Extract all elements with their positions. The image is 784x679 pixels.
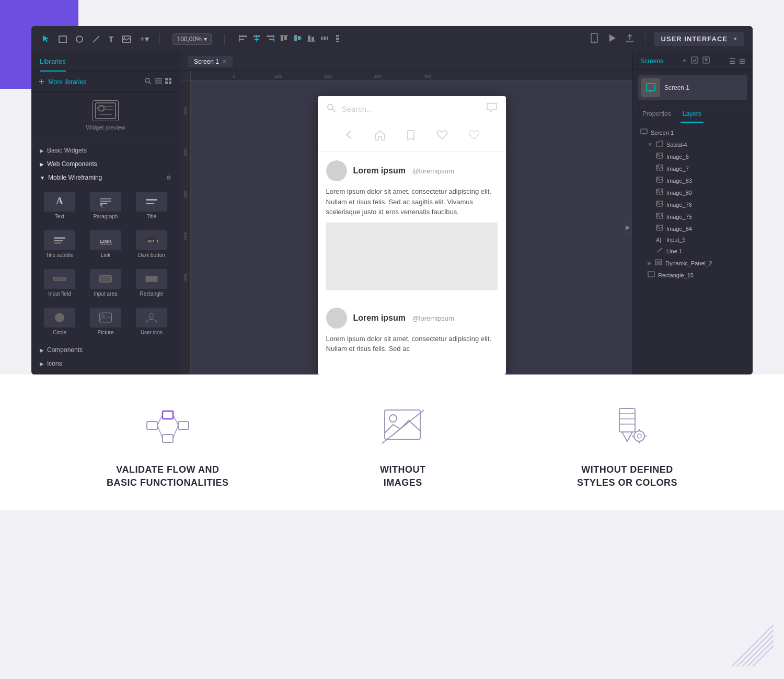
publish-btn[interactable] [623, 31, 637, 47]
icons-item[interactable]: ▶ Icons [31, 357, 180, 370]
widget-circle[interactable]: Circle [39, 305, 80, 339]
align-center-h-btn[interactable] [251, 33, 262, 45]
mobile-preview-btn[interactable] [587, 31, 601, 48]
layer-screen1[interactable]: Screen 1 [633, 126, 753, 138]
nav-bookmark[interactable] [406, 130, 416, 144]
canvas-collapse-right[interactable]: ▶ [623, 218, 632, 237]
align-left-btn[interactable] [237, 33, 249, 45]
right-panel-props: Properties Layers Screen 1 ▼ [633, 106, 753, 284]
grid-view-btn[interactable] [165, 77, 172, 86]
layer-image80[interactable]: Image_80 [633, 186, 753, 198]
post-header-2: Lorem ipsum @loremipsum [326, 308, 498, 329]
align-right-btn[interactable] [264, 33, 276, 45]
svg-text:¶: ¶ [100, 203, 103, 208]
svg-point-117 [637, 434, 641, 438]
layer-image6[interactable]: Image_6 [633, 150, 753, 162]
svg-text:A: A [56, 195, 63, 206]
zoom-control[interactable]: 100,00% ▾ [172, 33, 212, 45]
layer-dynamicpanel2[interactable]: ▶ Dynamic_Panel_2 [633, 257, 753, 269]
search-libraries-btn[interactable] [144, 77, 152, 86]
layers-tab-btn[interactable]: Layers [681, 106, 704, 123]
add-screen-btn[interactable]: + [683, 56, 687, 65]
screens-grid-btn[interactable]: ⊞ [739, 57, 745, 65]
layer-image76[interactable]: Image_76 [633, 198, 753, 210]
widget-link[interactable]: LINK Link [85, 227, 126, 262]
circle-tool[interactable] [73, 33, 86, 45]
svg-line-96 [657, 248, 662, 252]
align-top-btn[interactable] [278, 33, 290, 45]
select-tool[interactable] [40, 33, 52, 45]
zoom-value: 100,00% [177, 36, 202, 43]
more-libraries-btn[interactable]: More libraries [49, 78, 140, 86]
layer-input9[interactable]: A| Input_9 [633, 235, 753, 245]
widget-picture[interactable]: Picture [85, 305, 126, 339]
layer-image7-label: Image_7 [666, 166, 689, 172]
image-tool[interactable] [120, 33, 133, 45]
add-library-btn[interactable]: + [39, 76, 44, 87]
svg-rect-103 [178, 422, 189, 429]
phone-search-icon [326, 103, 336, 115]
properties-tab[interactable]: Properties [640, 106, 673, 123]
screen1-tab-label: Screen 1 [194, 58, 219, 65]
components-item[interactable]: ▶ Components [31, 343, 180, 357]
widget-dark-button[interactable]: BUTTON Dark button [131, 227, 172, 262]
widget-title-subtitle[interactable]: Title subtitle [39, 227, 80, 262]
layer-image7[interactable]: Image_7 [633, 162, 753, 174]
basic-widgets-chevron: ▶ [40, 148, 44, 154]
widget-user-icon[interactable]: User icon [131, 305, 172, 339]
nav-back[interactable] [343, 130, 354, 144]
distribute-v-btn[interactable] [332, 33, 343, 45]
nav-like[interactable] [468, 130, 480, 144]
ruler-v-100: 100 [183, 107, 188, 114]
list-view-btn[interactable] [155, 77, 162, 86]
add-tool[interactable]: +▾ [137, 32, 151, 46]
svg-marker-0 [43, 36, 49, 42]
layer-line1[interactable]: Line 1 [633, 245, 753, 257]
import-screen-btn[interactable] [691, 56, 698, 65]
app-name-btn[interactable]: USER INTERFACE ▾ [654, 32, 744, 46]
widget-rectangle-icon [136, 269, 167, 289]
svg-line-34 [149, 82, 151, 84]
layer-line1-label: Line 1 [666, 248, 682, 254]
export-screen-btn[interactable] [702, 56, 710, 65]
screen1-tab[interactable]: Screen 1 ✕ [188, 56, 233, 67]
nav-home[interactable] [374, 130, 386, 144]
phone-search-input[interactable]: Search... [342, 104, 480, 113]
rectangle-tool[interactable] [56, 33, 69, 45]
mobile-wireframing-item[interactable]: ▼ Mobile Wireframing ⚙ [31, 171, 180, 184]
libraries-tab[interactable]: Libraries [40, 52, 66, 72]
screen1-thumb[interactable]: Screen 1 [638, 75, 747, 100]
widget-input-field[interactable]: Input field [39, 266, 80, 300]
toolbar: T +▾ 100,00% ▾ [31, 26, 753, 52]
layer-image75[interactable]: Image_75 [633, 210, 753, 223]
web-components-item[interactable]: ▶ Web Components [31, 157, 180, 171]
widget-text[interactable]: A Text [39, 189, 80, 223]
basic-widgets-item[interactable]: ▶ Basic Widgets [31, 144, 180, 157]
nav-favorites[interactable] [436, 130, 448, 144]
image7-icon [656, 165, 663, 172]
layer-social4[interactable]: ▼ Social-4 [633, 138, 753, 150]
widget-title[interactable]: Title [131, 189, 172, 223]
line1-icon [656, 247, 663, 255]
distribute-h-btn[interactable] [319, 33, 330, 45]
layer-image84[interactable]: Image_84 [633, 223, 753, 235]
play-btn[interactable] [605, 31, 619, 47]
layer-image83[interactable]: Image_83 [633, 174, 753, 186]
widget-input-area[interactable]: Input area [85, 266, 126, 300]
settings-icon[interactable]: ⚙ [166, 174, 171, 181]
widget-rectangle[interactable]: Rectangle [131, 266, 172, 300]
layer-image6-label: Image_6 [666, 154, 689, 160]
align-middle-btn[interactable] [292, 33, 303, 45]
canvas-scroll[interactable]: Search... [191, 80, 632, 374]
ruler-100: 100 [274, 74, 282, 79]
align-bottom-btn[interactable] [305, 33, 317, 45]
text-tool[interactable]: T [107, 32, 116, 45]
screen1-tab-close[interactable]: ✕ [222, 58, 226, 64]
line-tool[interactable] [90, 33, 102, 45]
phone-frame: Search... [318, 96, 506, 374]
ruler-v-300: 300 [183, 190, 188, 198]
layer-rectangle15[interactable]: Rectangle_15 [633, 269, 753, 281]
screens-list-btn[interactable]: ☰ [729, 57, 736, 65]
svg-rect-102 [163, 435, 173, 442]
widget-paragraph[interactable]: ¶ Paragraph [85, 189, 126, 223]
